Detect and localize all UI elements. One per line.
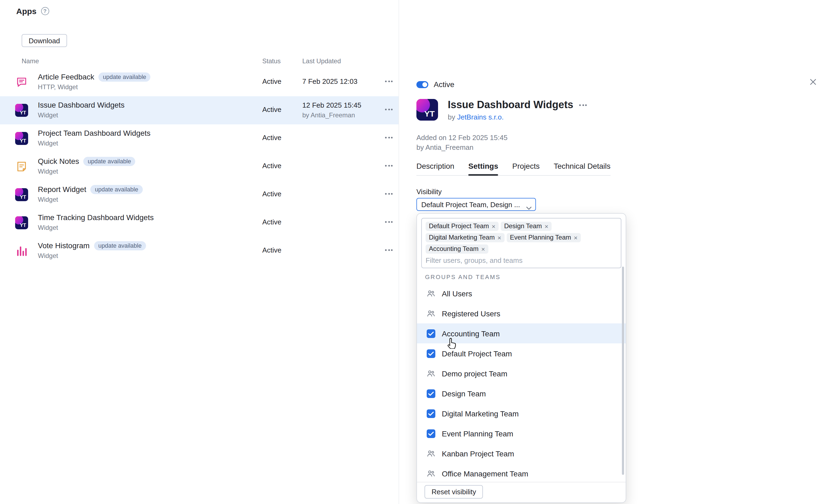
teams-list: All Users Registered Users Accounting Te…: [417, 284, 626, 483]
close-icon[interactable]: [808, 77, 817, 86]
table-row[interactable]: YT Time Tracking Dashboard Widgets Widge…: [0, 209, 399, 237]
app-subtitle: Widget: [38, 252, 146, 260]
team-option-default-project-team[interactable]: Default Project Team: [417, 343, 626, 363]
app-subtitle: Widget: [38, 139, 150, 147]
groups-section-label: GROUPS AND TEAMS: [425, 274, 500, 280]
vendor-link[interactable]: JetBrains s.r.o.: [457, 113, 504, 121]
chevron-down-icon: [526, 203, 531, 211]
visibility-dropdown-popup: Default Project Team × Design Team × Dig…: [416, 213, 626, 503]
team-label: Kanban Project Team: [442, 449, 514, 458]
team-label: All Users: [442, 289, 472, 298]
teams-multiselect-field[interactable]: Default Project Team × Design Team × Dig…: [421, 218, 622, 268]
row-menu-icon[interactable]: [385, 109, 393, 110]
added-info: Added on 12 Feb 2025 15:45 by Antia_Free…: [416, 133, 507, 152]
row-menu-icon[interactable]: [385, 221, 393, 223]
team-option-registered-users[interactable]: Registered Users: [417, 304, 626, 324]
chip-remove-icon[interactable]: ×: [492, 223, 495, 229]
youtrack-icon: YT: [15, 216, 28, 229]
selected-team-chip: Default Project Team ×: [426, 222, 499, 231]
table-row[interactable]: Article Feedback update available HTTP, …: [0, 68, 399, 96]
visibility-dropdown-button[interactable]: Default Project Team, Design ...: [416, 198, 536, 211]
team-label: Design Team: [442, 389, 486, 398]
group-icon: [427, 469, 435, 478]
chip-remove-icon[interactable]: ×: [544, 223, 548, 229]
team-label: Accounting Team: [442, 329, 500, 338]
row-menu-icon[interactable]: [385, 165, 393, 166]
table-row[interactable]: Quick Notes update available Widget Acti…: [0, 152, 399, 180]
team-option-office-management-team[interactable]: Office Management Team: [417, 463, 626, 483]
checkbox-checked-icon: [427, 389, 435, 398]
checkbox-checked-icon: [427, 349, 435, 358]
tab-technical-details[interactable]: Technical Details: [554, 162, 610, 175]
app-name: Vote Histogram: [38, 241, 89, 250]
app-name: Article Feedback: [38, 72, 94, 82]
apps-table: Name Status Last Updated Article Feedbac…: [0, 54, 399, 265]
team-option-event-planning-team[interactable]: Event Planning Team: [417, 423, 626, 443]
row-menu-icon[interactable]: [385, 249, 393, 251]
histogram-icon: [15, 244, 28, 258]
row-menu-icon[interactable]: [385, 193, 393, 195]
team-option-design-team[interactable]: Design Team: [417, 383, 626, 403]
help-icon[interactable]: ?: [41, 7, 49, 15]
table-row[interactable]: YT Issue Dashboard Widgets Widget Active…: [0, 96, 399, 124]
selected-team-chip: Digital Marketing Team ×: [426, 233, 504, 242]
feedback-icon: [15, 76, 28, 89]
row-menu-icon[interactable]: [385, 137, 393, 138]
checkbox-checked-icon: [427, 329, 435, 338]
app-updated-date: 12 Feb 2025 15:45: [302, 101, 361, 110]
app-status: Active: [262, 190, 282, 198]
added-on: Added on 12 Feb 2025 15:45: [416, 133, 507, 143]
app-status: Active: [262, 162, 282, 170]
vendor-prefix: by: [448, 113, 457, 121]
update-available-badge: update available: [91, 185, 142, 194]
team-label: Demo project Team: [442, 369, 507, 378]
svg-text:YT: YT: [20, 222, 26, 228]
team-option-accounting-team[interactable]: Accounting Team: [417, 324, 626, 343]
table-header: Name Status Last Updated: [0, 54, 399, 68]
filter-teams-input[interactable]: [426, 256, 609, 265]
update-available-badge: update available: [99, 72, 150, 82]
app-header: YT Issue Dashboard Widgets by JetBrains …: [416, 99, 587, 121]
youtrack-icon: YT: [15, 104, 28, 117]
app-subtitle: Widget: [38, 196, 142, 203]
chip-remove-icon[interactable]: ×: [481, 246, 485, 252]
app-last-updated: 7 Feb 2025 12:03: [302, 77, 358, 86]
tab-projects[interactable]: Projects: [512, 162, 540, 175]
active-toggle[interactable]: [416, 81, 428, 88]
column-last-updated: Last Updated: [302, 54, 341, 68]
svg-text:YT: YT: [20, 110, 26, 115]
chip-remove-icon[interactable]: ×: [574, 234, 577, 241]
table-row[interactable]: YT Report Widget update available Widget…: [0, 180, 399, 209]
chip-remove-icon[interactable]: ×: [497, 234, 501, 241]
row-menu-icon[interactable]: [385, 81, 393, 82]
app-subtitle: Widget: [38, 168, 135, 175]
team-option-kanban-project-team[interactable]: Kanban Project Team: [417, 443, 626, 463]
team-label: Registered Users: [442, 309, 500, 318]
team-option-demo-project-team[interactable]: Demo project Team: [417, 363, 626, 383]
app-subtitle: HTTP, Widget: [38, 83, 150, 91]
table-row[interactable]: YT Project Team Dashboard Widgets Widget…: [0, 124, 399, 152]
active-toggle-row: Active: [416, 80, 454, 89]
visibility-value: Default Project Team, Design ...: [421, 200, 520, 208]
app-actions-menu-icon[interactable]: [579, 104, 587, 106]
svg-text:YT: YT: [424, 109, 435, 118]
download-button[interactable]: Download: [22, 34, 67, 47]
tab-description[interactable]: Description: [416, 162, 454, 175]
team-option-digital-marketing-team[interactable]: Digital Marketing Team: [417, 403, 626, 423]
team-option-all-users[interactable]: All Users: [417, 284, 626, 304]
vendor-line: by JetBrains s.r.o.: [448, 113, 587, 121]
app-status: Active: [262, 218, 282, 226]
team-label: Office Management Team: [442, 469, 528, 478]
tab-settings[interactable]: Settings: [468, 162, 498, 175]
scrollbar-thumb[interactable]: [622, 267, 624, 475]
apps-table-body: Article Feedback update available HTTP, …: [0, 68, 399, 265]
app-status: Active: [262, 133, 282, 142]
youtrack-icon: YT: [416, 99, 438, 121]
popup-footer: Reset visibility: [417, 482, 626, 502]
notes-icon: [15, 160, 28, 173]
checkbox-checked-icon: [427, 409, 435, 418]
selected-team-chip: Event Planning Team ×: [507, 233, 581, 242]
reset-visibility-button[interactable]: Reset visibility: [425, 485, 483, 499]
table-row[interactable]: Vote Histogram update available Widget A…: [0, 237, 399, 265]
active-toggle-label: Active: [434, 80, 454, 89]
